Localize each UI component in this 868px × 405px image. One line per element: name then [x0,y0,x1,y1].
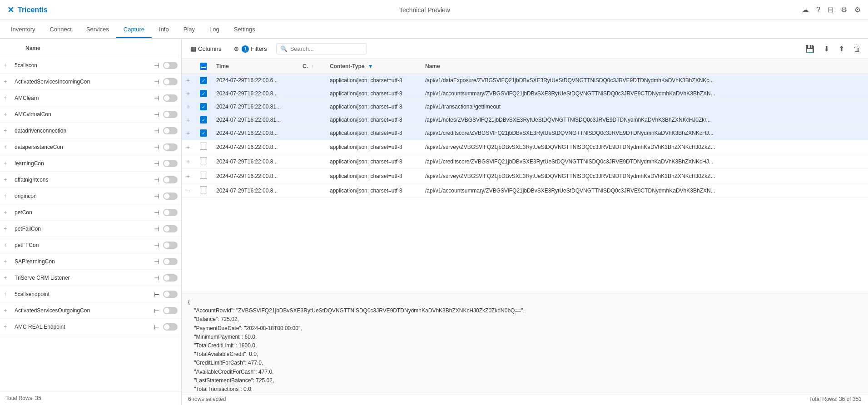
plus-btn[interactable]: + [186,173,190,180]
tab-log[interactable]: Log [202,21,227,38]
sidebar-item[interactable]: + TriServe CRM Listener ⊣ [0,270,181,286]
sidebar-item-toggle[interactable] [163,62,178,69]
sidebar-item-toggle[interactable] [163,291,178,298]
minus-btn[interactable]: − [186,187,190,194]
sidebar-item[interactable]: + 5callscon ⊣ [0,57,181,74]
row-checkbox[interactable]: ✓ [200,116,207,123]
tab-info[interactable]: Info [152,21,176,38]
tab-connect[interactable]: Connect [42,21,79,38]
sidebar-item-plus[interactable]: + [4,62,11,69]
row-expand[interactable]: + [182,114,195,127]
save-icon[interactable]: 💾 [804,43,816,55]
table-row[interactable]: + 2024-07-29T16:22:00.8... application/j… [182,154,868,169]
tab-services[interactable]: Services [79,21,116,38]
row-checkbox[interactable] [200,143,207,150]
cloud-icon[interactable]: ☁ [802,5,809,14]
select-all-checkbox[interactable]: ▬ [200,63,207,70]
sidebar-item[interactable]: + petFailCon ⊣ [0,221,181,237]
sidebar-item-toggle[interactable] [163,274,178,282]
sidebar-item[interactable]: + ActivatedServicesIncomingCon ⊣ [0,74,181,90]
row-checkbox[interactable]: ✓ [200,90,207,97]
sidebar-item[interactable]: + ActivatedServicesOutgoingCon ⊢ [0,302,181,319]
sidebar-item-toggle[interactable] [163,143,178,151]
sidebar-item-plus[interactable]: + [4,258,11,265]
sidebar-item[interactable]: + AMClearn ⊣ [0,90,181,106]
sidebar-item-toggle[interactable] [163,193,178,200]
search-input[interactable] [290,45,358,52]
sidebar-item-toggle[interactable] [163,94,178,102]
sidebar-item-plus[interactable]: + [4,79,11,85]
gear-icon[interactable]: ⚙ [841,5,847,14]
sidebar-item-toggle[interactable] [163,78,178,85]
sidebar-item-toggle[interactable] [163,323,178,331]
sidebar-item[interactable]: + AMCvirtualCon ⊣ [0,106,181,123]
sidebar-item[interactable]: + datadrivenconnection ⊣ [0,123,181,139]
sidebar-item-toggle[interactable] [163,242,178,249]
sidebar-item-plus[interactable]: + [4,177,11,183]
table-row[interactable]: + ✓ 2024-07-29T16:22:00.8... application… [182,127,868,140]
tab-inventory[interactable]: Inventory [4,21,42,38]
sidebar-item-plus[interactable]: + [4,242,11,248]
sidebar-item-plus[interactable]: + [4,209,11,216]
sidebar-item-toggle[interactable] [163,176,178,183]
sort-asc-icon[interactable]: ↑ [311,64,313,69]
row-expand[interactable]: + [182,127,195,140]
tab-play[interactable]: Play [176,21,202,38]
sidebar-item[interactable]: + petCon ⊣ [0,204,181,221]
sidebar-item-plus[interactable]: + [4,307,11,314]
search-box[interactable]: 🔍 [276,43,367,54]
plus-btn[interactable]: + [186,116,190,123]
sidebar-item-plus[interactable]: + [4,275,11,281]
row-checkbox[interactable] [200,157,207,164]
sidebar-item-toggle[interactable] [163,225,178,232]
sidebar-item-plus[interactable]: + [4,111,11,118]
plus-btn[interactable]: + [186,143,190,151]
content-type-filter-icon[interactable]: ▼ [368,63,373,69]
row-checkbox[interactable]: ✓ [200,129,207,137]
sidebar-item-toggle[interactable] [163,127,178,134]
split-icon[interactable]: ⊟ [828,5,833,14]
settings-icon[interactable]: ⚙ [854,5,861,14]
sidebar-item-toggle[interactable] [163,111,178,118]
row-expand[interactable]: + [182,74,195,87]
sidebar-item[interactable]: + learningCon ⊣ [0,155,181,172]
sidebar-item[interactable]: + offatnightcons ⊣ [0,172,181,188]
row-expand[interactable]: + [182,154,195,169]
table-row[interactable]: + ✓ 2024-07-29T16:22:00.6... application… [182,74,868,87]
table-row[interactable]: + 2024-07-29T16:22:00.8... application/j… [182,169,868,183]
sidebar-item[interactable]: + datapersistanceCon ⊣ [0,139,181,155]
sidebar-item[interactable]: + SAPlearningCon ⊣ [0,253,181,270]
sidebar-item-plus[interactable]: + [4,193,11,199]
plus-btn[interactable]: + [186,158,190,165]
row-checkbox[interactable] [200,172,207,179]
upload-icon[interactable]: ⬆ [837,43,846,55]
row-expand[interactable]: + [182,87,195,100]
sidebar-item[interactable]: + origincon ⊣ [0,188,181,204]
table-row[interactable]: + ✓ 2024-07-29T16:22:00.81... applicatio… [182,114,868,127]
sidebar-item-toggle[interactable] [163,160,178,167]
sidebar-item-plus[interactable]: + [4,160,11,167]
sidebar-item-plus[interactable]: + [4,95,11,101]
plus-btn[interactable]: + [186,90,190,97]
help-icon[interactable]: ? [816,6,820,14]
plus-btn[interactable]: + [186,129,190,137]
row-expand[interactable]: + [182,169,195,183]
sidebar-item-toggle[interactable] [163,209,178,216]
table-row[interactable]: − 2024-07-29T16:22:00.8... application/j… [182,183,868,198]
row-expand[interactable]: + [182,140,195,154]
columns-button[interactable]: ▦ Columns [187,44,225,54]
download-icon[interactable]: ⬇ [822,43,831,55]
plus-btn[interactable]: + [186,77,190,84]
tab-capture[interactable]: Capture [116,21,152,38]
sidebar-item[interactable]: + 5callsendpoint ⊢ [0,286,181,302]
table-row[interactable]: + ✓ 2024-07-29T16:22:00.81... applicatio… [182,100,868,114]
sidebar-item-plus[interactable]: + [4,144,11,150]
table-row[interactable]: + ✓ 2024-07-29T16:22:00.8... application… [182,87,868,100]
row-checkbox[interactable]: ✓ [200,77,207,84]
sidebar-item[interactable]: + AMC REAL Endpoint ⊢ [0,319,181,335]
sidebar-item-plus[interactable]: + [4,324,11,330]
sidebar-item-plus[interactable]: + [4,226,11,232]
table-row[interactable]: + 2024-07-29T16:22:00.8... application/j… [182,140,868,154]
delete-icon[interactable]: 🗑 [852,43,863,55]
sidebar-item-toggle[interactable] [163,307,178,314]
